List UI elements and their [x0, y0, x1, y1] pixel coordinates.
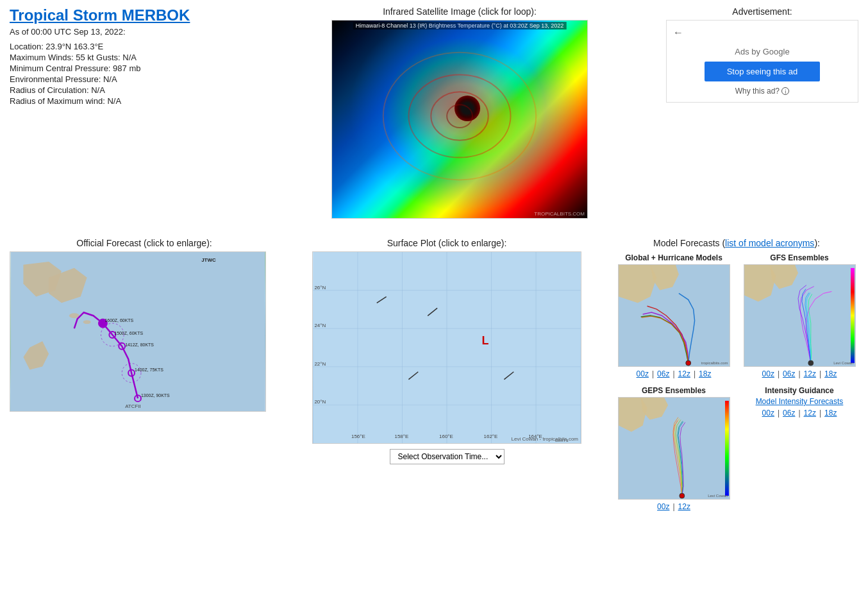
satellite-watermark: TROPICALBITS.COM [534, 211, 585, 217]
gh-18z[interactable]: 18z [699, 369, 711, 378]
forecast-map-svg: 1300Z, 90KTS 1400Z, 75KTS 1412Z, 80KTS 1… [10, 252, 265, 411]
intensity-links: 00z | 06z | 12z | 18z [762, 409, 837, 418]
intensity-guidance-item: Intensity Guidance Model Intensity Forec… [740, 386, 858, 511]
intensity-06z[interactable]: 06z [783, 409, 795, 418]
info-icon: i [781, 87, 789, 95]
svg-point-3 [447, 105, 472, 128]
ads-by-google: Ads by Google [735, 47, 789, 56]
svg-text:24°N: 24°N [314, 323, 326, 328]
svg-point-52 [679, 493, 684, 498]
svg-text:1400Z, 75KTS: 1400Z, 75KTS [135, 367, 163, 372]
svg-text:1300Z, 90KTS: 1300Z, 90KTS [141, 393, 170, 398]
svg-rect-50 [850, 268, 854, 363]
storm-title[interactable]: Tropical Storm MERBOK [10, 6, 253, 24]
geps-ensembles-item: GEPS Ensembles 15W MERBOK - GEPS Tracks … [615, 386, 733, 511]
svg-text:JTWC: JTWC [201, 257, 216, 263]
ad-title: Advertisement: [666, 6, 858, 17]
svg-text:L: L [482, 334, 489, 347]
geps-image[interactable]: 15W MERBOK - GEPS Tracks and Min. MSLP (… [618, 397, 730, 500]
forecast-panel: Official Forecast (click to enlarge): [10, 238, 279, 511]
gh-00z[interactable]: 00z [637, 369, 649, 378]
svg-point-47 [685, 360, 690, 366]
gefs-svg [744, 265, 855, 366]
gh-06z[interactable]: 06z [657, 369, 669, 378]
location-line: Location: 23.9°N 163.3°E [10, 42, 253, 51]
intensity-12z[interactable]: 12z [804, 409, 816, 418]
svg-text:ATCFII: ATCFII [125, 403, 141, 409]
geps-00z[interactable]: 00z [657, 502, 669, 511]
geps-watermark: Levi Cowan [708, 494, 728, 498]
intensity-18z[interactable]: 18z [824, 409, 837, 418]
info-panel: Tropical Storm MERBOK As of 00:00 UTC Se… [10, 6, 253, 219]
svg-point-2 [431, 92, 488, 140]
models-grid: Global + Hurricane Models 15W MERBOK - M… [615, 253, 858, 511]
gefs-06z[interactable]: 06z [783, 369, 795, 378]
gfs-subtitle: GFS Ensembles [770, 253, 828, 262]
gefs-12z[interactable]: 12z [804, 369, 816, 378]
gefs-00z[interactable]: 00z [762, 369, 774, 378]
gh-watermark: tropicalbits.com [701, 361, 728, 365]
why-ad[interactable]: Why this ad? i [735, 87, 790, 96]
surface-image[interactable]: Marine Surface Plot Near 15W MERBOK 01:4… [312, 251, 581, 444]
svg-text:160°E: 160°E [439, 434, 453, 439]
svg-point-6 [83, 320, 91, 324]
gh-links: 00z | 06z | 12z | 18z [637, 369, 712, 378]
satellite-title: Infrared Satellite Image (click for loop… [383, 6, 537, 17]
stop-seeing-button[interactable]: Stop seeing this ad [705, 62, 820, 81]
select-observation-time[interactable]: Select Observation Time... [390, 449, 505, 464]
svg-text:22°N: 22°N [314, 361, 326, 367]
gh-svg [619, 265, 730, 366]
intensity-00z[interactable]: 00z [762, 409, 774, 418]
acronyms-link[interactable]: list of model acronyms [725, 238, 814, 248]
svg-text:20°N: 20°N [314, 399, 326, 405]
surface-title: Surface Plot (click to enlarge): [387, 238, 507, 248]
gefs-watermark: Levi Cowan [833, 361, 853, 365]
satellite-overlay [332, 21, 587, 218]
as-of: As of 00:00 UTC Sep 13, 2022: [10, 27, 253, 37]
satellite-image[interactable]: Himawari-8 Channel 13 (IR) Brightness Te… [331, 20, 588, 219]
svg-point-49 [808, 360, 813, 366]
global-hurricane-item: Global + Hurricane Models 15W MERBOK - M… [615, 253, 733, 378]
svg-text:1500Z, 60KTS: 1500Z, 60KTS [114, 331, 143, 335]
max-winds-line: Maximum Winds: 55 kt Gusts: N/A [10, 53, 253, 62]
gh-12z[interactable]: 12z [678, 369, 690, 378]
env-pressure-line: Environmental Pressure: N/A [10, 74, 253, 84]
forecast-image[interactable]: 1300Z, 90KTS 1400Z, 75KTS 1412Z, 80KTS 1… [10, 251, 266, 412]
satellite-panel: Infrared Satellite Image (click for loop… [266, 6, 653, 219]
models-panel: Model Forecasts (list of model acronyms)… [615, 238, 858, 511]
ad-panel: Advertisement: ← Ads by Google Stop seei… [666, 6, 858, 219]
gfs-image[interactable]: 15W MERBOK - GEFS Tracks and Min. MSLP (… [744, 264, 856, 367]
global-hurricane-subtitle: Global + Hurricane Models [625, 253, 722, 262]
geps-svg [619, 398, 730, 499]
gefs-18z[interactable]: 18z [824, 369, 837, 378]
surface-map-svg: 26°N 24°N 22°N 20°N 156°E 158°E 160°E 16… [313, 252, 581, 443]
global-hurricane-image[interactable]: 15W MERBOK - Model Track Guidance Initia… [618, 264, 730, 367]
svg-point-0 [383, 53, 536, 180]
svg-text:1412Z, 80KTS: 1412Z, 80KTS [125, 342, 154, 347]
svg-text:158°E: 158°E [395, 434, 409, 439]
ad-back-arrow[interactable]: ← [673, 27, 683, 38]
intensity-guidance-title: Intensity Guidance [765, 386, 833, 395]
surface-panel: Surface Plot (click to enlarge): Marine … [292, 238, 602, 511]
geps-subtitle: GEPS Ensembles [642, 386, 706, 395]
svg-point-1 [409, 74, 511, 157]
svg-text:26°N: 26°N [314, 285, 326, 291]
surface-watermark: Levi Cowan - tropicalbits.com [512, 436, 578, 442]
svg-text:162°E: 162°E [484, 434, 498, 439]
svg-text:156°E: 156°E [351, 434, 365, 439]
gfs-ensembles-item: GFS Ensembles 15W MERBOK - GEFS Tracks a… [740, 253, 858, 378]
geps-links: 00z | 12z [657, 502, 690, 511]
radius-circ-line: Radius of Circulation: N/A [10, 85, 253, 95]
min-pressure-line: Minimum Central Pressure: 987 mb [10, 63, 253, 73]
gefs-links: 00z | 06z | 12z | 18z [762, 369, 837, 378]
svg-rect-53 [724, 401, 728, 496]
forecast-title: Official Forecast (click to enlarge): [10, 238, 279, 248]
svg-text:1600Z, 60KTS: 1600Z, 60KTS [104, 318, 133, 323]
ad-box: ← Ads by Google Stop seeing this ad Why … [666, 20, 858, 103]
models-title: Model Forecasts (list of model acronyms)… [615, 238, 858, 248]
intensity-forecasts-link[interactable]: Model Intensity Forecasts [756, 397, 844, 406]
radius-max-wind-line: Radius of Maximum wind: N/A [10, 96, 253, 106]
geps-12z[interactable]: 12z [678, 502, 690, 511]
